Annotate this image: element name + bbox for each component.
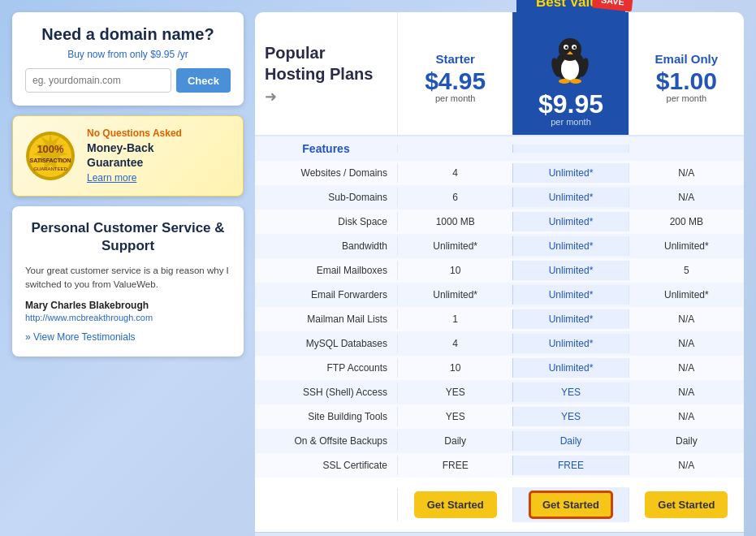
view-more-link[interactable]: View More Testimonials — [25, 331, 136, 343]
features-label: Features — [255, 138, 397, 159]
feature-val-best: YES — [512, 383, 628, 402]
popular-title: Popular Hosting Plans — [265, 42, 387, 84]
features-col-email — [629, 145, 744, 153]
feature-val-email: Unlimited* — [629, 285, 744, 305]
feature-val-starter: 10 — [397, 358, 512, 378]
feature-label: Email Mailboxes — [255, 261, 397, 280]
starter-btn-col: Get Started — [397, 488, 512, 521]
feature-val-best: Unlimited* — [512, 285, 628, 305]
feature-label: SSH (Shell) Access — [255, 383, 397, 402]
table-row: Site Building Tools YES YES N/A — [255, 404, 744, 429]
main-content: Popular Hosting Plans ➜ Starter $4.95 pe… — [255, 12, 744, 536]
testimonial-url: http://www.mcbreakthrough.com — [25, 313, 231, 322]
feature-val-starter: Unlimited* — [397, 236, 512, 256]
feature-val-starter: 1 — [397, 309, 512, 329]
domain-box: Need a domain name? Buy now from only $9… — [12, 12, 244, 106]
feature-val-best: Unlimited* — [512, 212, 628, 231]
feature-val-email: N/A — [629, 163, 744, 183]
feature-label: Site Building Tools — [255, 407, 397, 426]
feature-val-starter: 10 — [397, 261, 512, 280]
best-value-header: Best Value SAVE — [512, 12, 628, 135]
svg-point-11 — [565, 46, 568, 49]
domain-input[interactable] — [25, 68, 171, 93]
email-only-header: Email Only $1.00 per month — [629, 12, 744, 135]
svg-point-15 — [570, 79, 581, 84]
svg-point-8 — [559, 38, 581, 61]
svg-text:SATISFACTION: SATISFACTION — [30, 158, 71, 163]
email-only-get-started-button[interactable]: Get Started — [645, 491, 728, 518]
starter-period: per month — [435, 93, 476, 103]
feature-val-best: Unlimited* — [512, 236, 628, 256]
guarantee-badge: 100% SATISFACTION GUARANTEED — [24, 130, 77, 183]
feature-label: Bandwidth — [255, 236, 397, 256]
feature-label: Email Forwarders — [255, 285, 397, 305]
email-btn-col: Get Started — [629, 488, 744, 521]
feature-val-best: FREE — [512, 456, 628, 475]
feature-val-best: YES — [512, 407, 628, 426]
table-row: On & Offsite Backups Daily Daily Daily — [255, 429, 744, 453]
feature-val-best: Unlimited* — [512, 334, 628, 353]
features-label-row: Features — [255, 136, 744, 161]
feature-val-starter: FREE — [397, 456, 512, 475]
table-row: SSH (Shell) Access YES YES N/A — [255, 380, 744, 404]
testimonial-box: Personal Customer Service & Support Your… — [12, 206, 244, 357]
feature-label: SSL Certificate — [255, 456, 397, 475]
guarantee-text: No Questions Asked Money-Back Guarantee … — [87, 128, 231, 184]
table-row: Email Mailboxes 10 Unlimited* 5 — [255, 258, 744, 283]
testimonial-title: Personal Customer Service & Support — [25, 219, 231, 255]
testimonial-author: Mary Charles Blakebrough — [25, 300, 231, 311]
feature-val-best: Unlimited* — [512, 309, 628, 329]
feature-val-best: Unlimited* — [512, 163, 628, 183]
feature-val-starter: YES — [397, 383, 512, 402]
feature-val-best: Unlimited* — [512, 358, 628, 378]
feature-label: Disk Space — [255, 212, 397, 231]
starter-price: $4.95 — [425, 69, 486, 93]
best-btn-col: Get Started — [512, 487, 628, 522]
table-row: Disk Space 1000 MB Unlimited* 200 MB — [255, 210, 744, 234]
table-row: SSL Certificate FREE FREE N/A — [255, 453, 744, 478]
feature-val-starter: 4 — [397, 163, 512, 183]
plans-header: Popular Hosting Plans ➜ Starter $4.95 pe… — [255, 12, 744, 136]
svg-point-12 — [573, 46, 576, 49]
feature-val-best: Unlimited* — [512, 261, 628, 280]
feature-val-email: Daily — [629, 431, 744, 451]
feature-label: Sub-Domains — [255, 188, 397, 207]
email-only-name: Email Only — [655, 52, 719, 66]
svg-text:GUARANTEED: GUARANTEED — [33, 166, 67, 171]
starter-get-started-button[interactable]: Get Started — [414, 491, 497, 518]
check-button[interactable]: Check — [176, 68, 231, 93]
feature-val-best: Daily — [512, 431, 628, 451]
plans-wrapper: Popular Hosting Plans ➜ Starter $4.95 pe… — [255, 12, 744, 536]
starter-name: Starter — [435, 52, 474, 66]
best-value-get-started-button[interactable]: Get Started — [529, 491, 613, 519]
domain-input-row: Check — [25, 68, 231, 93]
table-row: Sub-Domains 6 Unlimited* N/A — [255, 185, 744, 210]
learn-more-link[interactable]: Learn more — [87, 172, 136, 184]
domain-subtitle: Buy now from only $9.95 /yr — [25, 49, 231, 60]
get-started-row: Get Started Get Started Get Started — [255, 478, 744, 532]
sidebar: Need a domain name? Buy now from only $9… — [12, 12, 244, 357]
best-value-price: $9.95 — [538, 91, 603, 117]
guarantee-seal-icon: 100% SATISFACTION GUARANTEED — [24, 130, 77, 183]
arrow-right-icon: ➜ — [265, 88, 387, 106]
table-row: Bandwidth Unlimited* Unlimited* Unlimite… — [255, 234, 744, 258]
svg-text:100%: 100% — [37, 143, 64, 155]
feature-label: Mailman Mail Lists — [255, 309, 397, 329]
domain-title: Need a domain name? — [25, 25, 231, 44]
table-row: MySQL Databases 4 Unlimited* N/A — [255, 331, 744, 356]
feature-label: Websites / Domains — [255, 163, 397, 183]
feature-label: MySQL Databases — [255, 334, 397, 353]
feature-val-email: 200 MB — [629, 212, 744, 231]
feature-val-email: N/A — [629, 334, 744, 353]
feature-val-email: N/A — [629, 383, 744, 402]
table-row: Mailman Mail Lists 1 Unlimited* N/A — [255, 307, 744, 331]
guarantee-box: 100% SATISFACTION GUARANTEED No Question… — [12, 115, 244, 197]
feature-val-email: Unlimited* — [629, 236, 744, 256]
email-only-period: per month — [667, 93, 707, 103]
testimonial-body: Your great customer service is a big rea… — [25, 264, 231, 292]
feature-val-email: N/A — [629, 309, 744, 329]
feature-val-starter: 1000 MB — [397, 212, 512, 231]
linux-penguin-icon — [548, 32, 593, 88]
no-questions-label: No Questions Asked — [87, 128, 231, 139]
money-back-label: Money-Back Guarantee — [87, 140, 231, 170]
